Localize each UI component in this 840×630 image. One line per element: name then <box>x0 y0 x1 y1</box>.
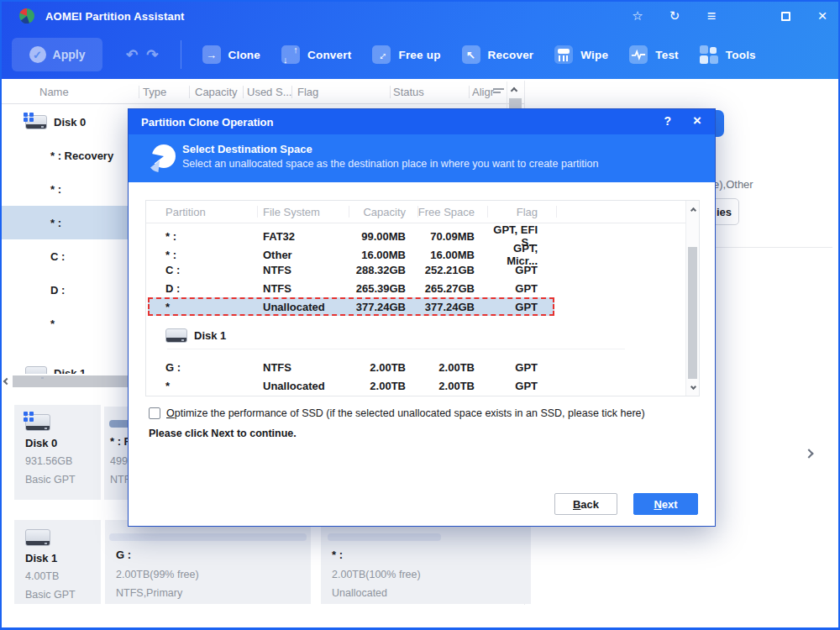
free-up-button[interactable]: ↔ Free up <box>372 45 440 64</box>
expand-chevron[interactable] <box>806 445 812 460</box>
dialog-scrollbar[interactable] <box>685 201 699 396</box>
disk-icon <box>25 414 50 431</box>
tools-button[interactable]: Tools <box>700 45 756 64</box>
right-panel-partial-text: e),Other <box>713 178 753 191</box>
column-status[interactable]: Status <box>393 86 424 98</box>
redo-button[interactable]: ↷ <box>146 46 158 64</box>
disk-icon <box>25 115 47 129</box>
column-name[interactable]: Name <box>39 86 69 98</box>
dialog-banner: Select Destination Space Select an unall… <box>129 134 715 182</box>
scrollbar-thumb[interactable] <box>688 247 697 379</box>
app-logo-icon <box>18 8 35 24</box>
test-button[interactable]: Test <box>629 45 679 64</box>
tools-grid-icon <box>700 45 718 64</box>
capacity-bar <box>109 533 307 541</box>
column-capacity[interactable]: Capacity <box>195 86 238 98</box>
main-table-scrollbar[interactable] <box>507 81 523 108</box>
list-item-recovery[interactable]: * : Recovery <box>2 139 128 172</box>
destination-table: Partition File System Capacity Free Spac… <box>145 200 700 396</box>
disk-icon <box>25 529 50 546</box>
column-flag[interactable]: Flag <box>297 86 318 98</box>
list-item-c[interactable]: C : <box>2 239 128 273</box>
wipe-button[interactable]: Wipe <box>554 45 608 64</box>
banner-heading: Select Destination Space <box>182 143 312 155</box>
disk0-info-card[interactable]: Disk 0 931.56GB Basic GPT <box>14 405 101 500</box>
table-row[interactable]: D : NTFS 265.39GB 265.27GB GPT <box>146 279 699 297</box>
help-icon[interactable]: ? <box>664 114 671 128</box>
recover-icon: ↖ <box>462 45 480 64</box>
back-button[interactable]: Back <box>554 493 617 515</box>
column-type[interactable]: Type <box>143 86 166 98</box>
column-used[interactable]: Used S... <box>247 86 291 98</box>
convert-icon: ↑↓ <box>281 45 300 64</box>
wipe-shredder-icon <box>554 45 573 64</box>
dialog-title: Partition Clone Operation <box>141 116 273 129</box>
clone-button[interactable]: → Clone <box>202 45 261 64</box>
list-item-star3[interactable]: * <box>2 307 128 340</box>
list-item-star2-selected[interactable]: * : <box>2 206 128 239</box>
next-hint-text: Please click Next to continue. <box>149 428 297 439</box>
list-item-star1[interactable]: * : <box>2 172 128 206</box>
column-align[interactable]: Aligr <box>472 86 494 98</box>
list-item-d[interactable]: D : <box>2 273 128 307</box>
maximize-icon <box>781 12 790 21</box>
scrollbar-thumb[interactable] <box>13 375 128 387</box>
table-row[interactable]: * Unallocated 2.00TB 2.00TB GPT <box>146 376 699 395</box>
ssd-optimize-label[interactable]: Optimize the performance of SSD (if the … <box>166 407 645 419</box>
group-divider <box>167 349 625 349</box>
list-item-disk0[interactable]: Disk 0 <box>2 105 128 139</box>
convert-button[interactable]: ↑↓ Convert <box>281 45 351 64</box>
recover-button[interactable]: ↖ Recover <box>462 45 534 64</box>
table-row-selected-unallocated[interactable]: * Unallocated 377.24GB 377.24GB GPT <box>146 297 699 316</box>
test-waveform-icon <box>629 45 648 64</box>
apply-button[interactable]: ✓ Apply <box>12 38 102 71</box>
table-row[interactable]: * : FAT32 99.00MB 70.09MB GPT, EFI S... <box>146 223 699 242</box>
horizontal-scrollbar[interactable] <box>2 374 128 389</box>
next-button[interactable]: Next <box>633 493 698 515</box>
ssd-optimize-row: Optimize the performance of SSD (if the … <box>149 407 645 419</box>
group-header-disk1: Disk 1 <box>146 323 699 348</box>
free-up-icon: ↔ <box>372 45 391 64</box>
disk1-info-card[interactable]: Disk 1 4.00TB Basic GPT <box>14 520 101 604</box>
toolbar: ✓ Apply ↶ ↷ → Clone ↑↓ Convert ↔ Free up <box>2 30 838 79</box>
toolbar-divider <box>181 40 181 69</box>
favorite-star-icon[interactable]: ☆ <box>630 8 645 24</box>
capacity-bar <box>328 533 441 541</box>
disk1-partition-g-card[interactable]: G : 2.00TB(99% free) NTFS,Primary <box>105 520 311 604</box>
scroll-left-icon[interactable] <box>3 378 10 385</box>
menu-icon[interactable]: ≡ <box>704 8 719 25</box>
maximize-button[interactable] <box>778 9 793 24</box>
pie-chart-icon <box>147 143 179 175</box>
app-window: AOMEI Partition Assistant ☆ ↻ ≡ × ✓ Appl… <box>0 0 840 630</box>
undo-button[interactable]: ↶ <box>126 46 138 64</box>
table-row[interactable]: C : NTFS 288.32GB 252.21GB GPT <box>146 260 699 279</box>
partition-clone-dialog: Partition Clone Operation ? × Select Des… <box>128 108 716 527</box>
main-table-header: Name Type Capacity Used S... Flag Status… <box>2 81 524 104</box>
clone-icon: → <box>202 45 221 64</box>
dialog-close-icon[interactable]: × <box>693 113 701 129</box>
align-columns-icon <box>493 88 504 95</box>
titlebar: AOMEI Partition Assistant ☆ ↻ ≡ × <box>2 2 838 30</box>
banner-subheading: Select an unallocated space as the desti… <box>182 158 598 170</box>
app-title: AOMEI Partition Assistant <box>45 10 185 23</box>
table-row[interactable]: * : Other 16.00MB 16.00MB GPT, Micr... <box>146 242 699 260</box>
window-chrome: AOMEI Partition Assistant ☆ ↻ ≡ × ✓ Appl… <box>2 2 838 79</box>
table-row[interactable]: G : NTFS 2.00TB 2.00TB GPT <box>146 358 699 376</box>
destination-table-header: Partition File System Capacity Free Spac… <box>146 201 699 223</box>
disk-icon <box>165 328 187 343</box>
dialog-titlebar: Partition Clone Operation ? × <box>129 109 715 134</box>
scroll-up-icon[interactable] <box>686 201 700 219</box>
scroll-down-icon[interactable] <box>686 377 700 396</box>
refresh-icon[interactable]: ↻ <box>667 8 682 24</box>
disk1-partition-unallocated-card[interactable]: * : 2.00TB(100% free) Unallocated <box>321 520 531 604</box>
check-circle-icon: ✓ <box>29 46 46 63</box>
right-panel-divider <box>715 247 832 248</box>
close-button[interactable]: × <box>815 7 830 25</box>
ssd-optimize-checkbox[interactable] <box>149 407 160 419</box>
